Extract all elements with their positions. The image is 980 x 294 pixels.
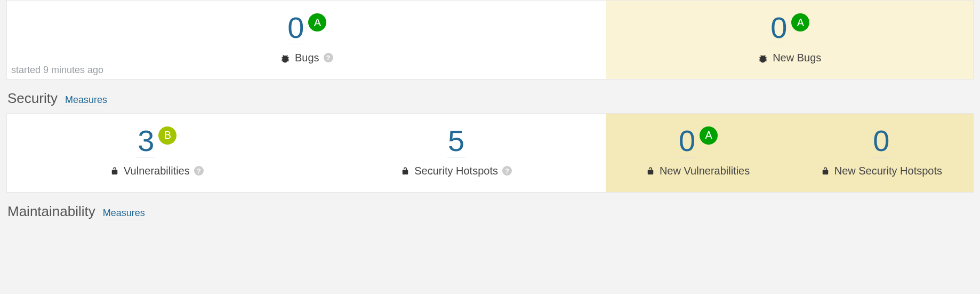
maintainability-title: Maintainability [7, 203, 95, 220]
leak-period-note: started 9 minutes ago [11, 65, 103, 76]
new-hotspots-cell: 0 New Security Hotspots [790, 114, 973, 192]
hotspots-cell: 5 Security Hotspots ? [307, 114, 606, 192]
security-measures-link[interactable]: Measures [65, 94, 107, 106]
hotspots-label: Security Hotspots [414, 165, 498, 177]
unlock-icon [646, 165, 655, 177]
new-vulnerabilities-cell: 0 A New Vulnerabilities [606, 114, 789, 192]
vulnerabilities-cell: 3 B Vulnerabilities ? [7, 114, 307, 192]
vulnerabilities-help-icon[interactable]: ? [194, 166, 204, 176]
security-card: 3 B Vulnerabilities ? 5 [6, 113, 974, 193]
bugs-label: Bugs [295, 52, 319, 64]
reliability-card: 0 A Bugs ? 0 A [6, 0, 974, 80]
hotspots-help-icon[interactable]: ? [502, 166, 512, 176]
bugs-value[interactable]: 0 [286, 12, 305, 44]
bug-icon [758, 52, 768, 64]
new-vulnerabilities-value[interactable]: 0 [678, 125, 696, 157]
new-bugs-value[interactable]: 0 [769, 12, 788, 44]
security-overall: 3 B Vulnerabilities ? 5 [7, 114, 606, 192]
maintainability-measures-link[interactable]: Measures [103, 208, 145, 219]
unlock-icon [110, 165, 119, 177]
maintainability-header: Maintainability Measures [0, 193, 980, 226]
new-vulnerabilities-rating-badge: A [700, 126, 718, 145]
new-bugs-cell: 0 A New Bugs [606, 1, 973, 79]
vulnerabilities-rating-badge: B [158, 126, 176, 145]
new-hotspots-value[interactable]: 0 [872, 125, 890, 157]
vulnerabilities-label: Vulnerabilities [124, 165, 190, 177]
reliability-new: 0 A New Bugs [606, 1, 973, 79]
bug-icon [280, 52, 291, 64]
unlock-icon [400, 165, 410, 177]
new-bugs-label: New Bugs [773, 52, 821, 64]
security-title: Security [7, 90, 58, 107]
bugs-help-icon[interactable]: ? [324, 53, 333, 62]
new-bugs-rating-badge: A [791, 13, 809, 31]
unlock-icon [821, 165, 830, 177]
hotspots-value[interactable]: 5 [447, 125, 465, 157]
security-new: 0 A New Vulnerabilities 0 [606, 114, 973, 192]
security-header: Security Measures [0, 80, 980, 113]
vulnerabilities-value[interactable]: 3 [136, 125, 155, 157]
new-vulnerabilities-label: New Vulnerabilities [660, 165, 750, 177]
new-hotspots-label: New Security Hotspots [834, 165, 942, 177]
bugs-rating-badge: A [308, 13, 326, 31]
